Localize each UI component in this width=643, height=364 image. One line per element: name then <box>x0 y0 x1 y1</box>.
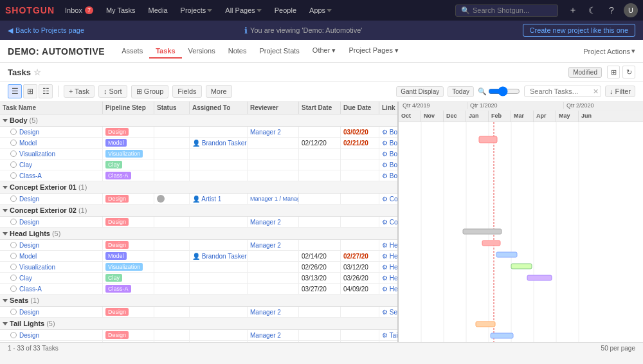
moon-icon[interactable]: ☾ <box>585 3 599 17</box>
group-concept-ext-01[interactable]: Concept Exterior 01 (1) <box>0 181 397 194</box>
search-clear-icon[interactable]: ✕ <box>593 87 599 96</box>
th-link: Link <box>379 102 399 114</box>
group-concept-ext-02[interactable]: Concept Exterior 02 (1) <box>0 205 397 217</box>
group-tail-lights[interactable]: Tail Lights (5) <box>0 318 397 330</box>
nav-media[interactable]: Media <box>146 6 170 14</box>
favorite-star[interactable]: ☆ <box>33 68 41 77</box>
view-toggle-icon[interactable]: ⊞ <box>607 66 620 78</box>
group-seats[interactable]: Seats (1) <box>0 295 397 307</box>
task-viz-hl[interactable]: Visualization <box>0 262 103 272</box>
task-status-dot <box>10 253 17 259</box>
due-cell <box>341 330 379 340</box>
assigned-cell <box>190 159 248 170</box>
nav-inbox[interactable]: Inbox 7 <box>62 6 96 14</box>
th-reviewer: Reviewer <box>248 102 299 114</box>
create-project-button[interactable]: Create new project like this one <box>523 24 635 37</box>
assigned-cell <box>190 330 248 340</box>
reviewer-cell[interactable]: Manager 2 <box>248 217 299 227</box>
global-search[interactable]: 🔍 Search Shotgun... <box>455 5 558 17</box>
link-cell[interactable]: ⚙ Tail Lights <box>379 330 399 340</box>
task-model-hl[interactable]: Model <box>0 251 103 261</box>
task-model-body[interactable]: Model <box>0 138 103 148</box>
task-classa-body[interactable]: Class-A <box>0 170 103 181</box>
link-cell[interactable]: ⚙ Head Lights <box>379 273 399 283</box>
tab-project-stats[interactable]: Project Stats <box>253 44 305 59</box>
tab-tasks[interactable]: Tasks <box>149 44 181 59</box>
link-cell[interactable]: ⚙ Head Lights <box>379 251 399 261</box>
top-navigation: SHOTGUN Inbox 7 My Tasks Media Projects … <box>0 0 643 21</box>
nav-people[interactable]: People <box>272 6 299 14</box>
link-cell[interactable]: ⚙ Head Lights <box>379 262 399 272</box>
task-model-tl[interactable]: Model <box>0 341 103 342</box>
user-avatar[interactable]: U <box>624 3 638 17</box>
assigned-cell[interactable]: 👤 Brandon Tasker <box>190 138 248 148</box>
task-classa-hl[interactable]: Class-A <box>0 284 103 294</box>
more-button[interactable]: More <box>206 85 232 98</box>
sort-button[interactable]: ↕ Sort <box>98 85 127 98</box>
group-button[interactable]: ⊞ Group <box>131 85 169 98</box>
assigned-cell <box>190 273 248 283</box>
task-design-body[interactable]: Design <box>0 127 103 137</box>
tab-notes[interactable]: Notes <box>222 44 253 59</box>
tab-assets[interactable]: Assets <box>115 44 149 59</box>
add-icon[interactable]: ＋ <box>566 3 580 17</box>
tab-project-pages[interactable]: Project Pages ▾ <box>342 44 405 59</box>
filter-button[interactable]: ↓ Filter <box>605 86 635 97</box>
link-cell[interactable]: ⚙ Concept Exterior 02 <box>379 217 399 227</box>
list-view-icon[interactable]: ☰ <box>8 84 22 98</box>
gantt-bar-tl-viz <box>491 333 513 338</box>
help-icon[interactable]: ? <box>604 3 619 17</box>
grid-view-icon[interactable]: ⊞ <box>23 84 37 98</box>
task-status-dot <box>10 309 17 315</box>
reviewer-cell[interactable]: Manager 1 / Manager 2 <box>248 194 299 204</box>
reviewer-cell[interactable]: Manager 2 <box>248 240 299 250</box>
task-clay-hl[interactable]: Clay <box>0 273 103 283</box>
link-cell[interactable]: ⚙ Head Lights <box>379 240 399 250</box>
pipeline-tag: Clay <box>105 161 122 168</box>
today-button[interactable]: Today <box>448 86 474 97</box>
reviewer-cell[interactable]: Manager 2 <box>248 330 299 340</box>
gantt-display-button[interactable]: Gantt Display <box>396 86 444 97</box>
task-design-seats[interactable]: Design <box>0 307 103 317</box>
task-design-hl[interactable]: Design <box>0 240 103 250</box>
back-to-projects[interactable]: ◀ Back to Projects page <box>8 26 84 35</box>
fields-button[interactable]: Fields <box>172 85 201 98</box>
reviewer-cell[interactable]: Manager 2 <box>248 127 299 137</box>
reviewer-cell[interactable]: Manager 2 <box>248 307 299 317</box>
project-actions-button[interactable]: Project Actions ▾ <box>583 47 635 55</box>
task-design-tl[interactable]: Design <box>0 330 103 340</box>
task-design-ce02[interactable]: Design <box>0 217 103 227</box>
link-cell[interactable]: ⚙ Body <box>379 159 399 170</box>
task-viz-body[interactable]: Visualization <box>0 149 103 159</box>
start-cell: 03/27/20 <box>299 284 341 294</box>
assigned-cell[interactable]: 👤 Brandon Tasker <box>190 341 248 342</box>
assigned-cell[interactable]: 👤 Artist 1 <box>190 194 248 204</box>
link-cell[interactable]: ⚙ Tail Lights <box>379 341 399 342</box>
group-body[interactable]: Body (5) <box>0 114 397 127</box>
nav-apps[interactable]: Apps <box>307 6 334 14</box>
due-cell: 03/26/20 <box>341 273 379 283</box>
link-cell[interactable]: ⚙ Body <box>379 149 399 159</box>
table-row: Design Design 👤 Artist 1 Manager 1 / Man… <box>0 194 397 205</box>
add-task-button[interactable]: + Task <box>64 85 95 98</box>
zoom-slider[interactable] <box>488 86 520 96</box>
refresh-icon[interactable]: ↻ <box>622 66 635 78</box>
task-design-ce01[interactable]: Design <box>0 194 103 204</box>
link-cell[interactable]: ⚙ Concept Exterior 01 <box>379 194 399 204</box>
table-row: Design Design Manager 2 ⚙ Concept Exteri… <box>0 217 397 228</box>
tab-other[interactable]: Other ▾ <box>306 44 343 59</box>
link-cell[interactable]: ⚙ Body <box>379 138 399 148</box>
search-tasks-input[interactable] <box>524 86 601 97</box>
nav-projects[interactable]: Projects <box>178 6 215 14</box>
detail-view-icon[interactable]: ☷ <box>39 84 53 98</box>
group-head-lights[interactable]: Head Lights (5) <box>0 228 397 240</box>
nav-my-tasks[interactable]: My Tasks <box>104 6 138 14</box>
link-cell[interactable]: ⚙ Body <box>379 170 399 181</box>
task-clay-body[interactable]: Clay <box>0 159 103 170</box>
tab-versions[interactable]: Versions <box>182 44 222 59</box>
link-cell[interactable]: ⚙ Seats <box>379 307 399 317</box>
link-cell[interactable]: ⚙ Body <box>379 127 399 137</box>
assigned-cell[interactable]: 👤 Brandon Tasker <box>190 251 248 261</box>
link-cell[interactable]: ⚙ Head Lights <box>379 284 399 294</box>
nav-all-pages[interactable]: All Pages <box>222 6 264 14</box>
